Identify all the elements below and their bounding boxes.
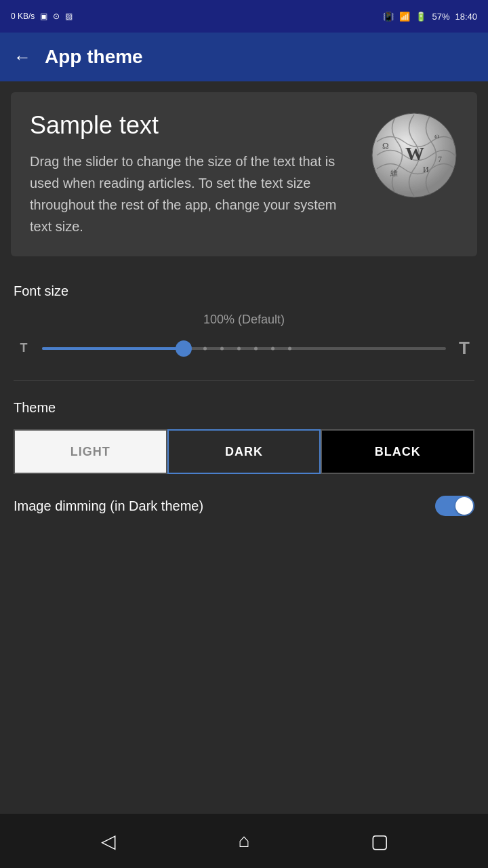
- status-right: 📳 📶 🔋 57% 18:40: [383, 12, 477, 22]
- theme-black-button[interactable]: BLACK: [321, 429, 474, 474]
- toggle-thumb: [455, 497, 473, 515]
- slider-small-t: T: [14, 341, 34, 355]
- theme-buttons: LIGHT DARK BLACK: [14, 429, 474, 474]
- status-icon-audio: ⊙: [53, 12, 60, 21]
- preview-text-block: Sample text Drag the slider to change th…: [30, 111, 359, 237]
- vibrate-icon: 📳: [383, 12, 394, 22]
- svg-text:ω: ω: [434, 132, 439, 140]
- font-size-value: 100% (Default): [14, 313, 474, 327]
- slider-dots: [203, 347, 291, 350]
- image-dimming-row: Image dimming (in Dark theme): [14, 496, 474, 516]
- nav-bar: ◁ ⌂ ▢: [0, 814, 488, 868]
- image-dimming-label: Image dimming (in Dark theme): [14, 498, 203, 514]
- theme-dark-button[interactable]: DARK: [167, 429, 321, 474]
- status-kb: 0 KB/s: [11, 12, 35, 21]
- nav-home-button[interactable]: ⌂: [228, 825, 260, 857]
- sample-text-heading: Sample text: [30, 111, 359, 140]
- font-size-slider[interactable]: [42, 340, 446, 357]
- theme-label: Theme: [14, 400, 474, 416]
- status-icon-image: ▨: [65, 12, 73, 21]
- sample-text-body: Drag the slider to change the size of th…: [30, 151, 359, 237]
- nav-recents-button[interactable]: ▢: [363, 825, 396, 857]
- page-title: App theme: [45, 46, 143, 68]
- status-bar: 0 KB/s ▣ ⊙ ▨ 📳 📶 🔋 57% 18:40: [0, 0, 488, 33]
- preview-card: Sample text Drag the slider to change th…: [11, 92, 477, 256]
- theme-light-button[interactable]: LIGHT: [14, 429, 167, 474]
- slider-thumb[interactable]: [176, 340, 192, 357]
- clock: 18:40: [455, 12, 477, 22]
- slider-large-t: T: [454, 338, 474, 359]
- svg-text:維: 維: [390, 169, 398, 177]
- svg-text:Ω: Ω: [382, 140, 389, 151]
- back-button[interactable]: ←: [14, 47, 31, 68]
- status-icon-sim: ▣: [40, 12, 47, 21]
- wifi-icon: 📶: [399, 12, 410, 22]
- status-left: 0 KB/s ▣ ⊙ ▨: [11, 12, 73, 21]
- wikipedia-globe: W Ω ω И 維 7: [370, 111, 458, 199]
- content-section: Font size 100% (Default) T T Theme LIGHT: [0, 267, 488, 532]
- app-bar: ← App theme: [0, 33, 488, 81]
- font-size-slider-row: T T: [14, 338, 474, 359]
- svg-text:И: И: [423, 165, 429, 174]
- svg-text:W: W: [405, 143, 424, 164]
- nav-back-button[interactable]: ◁: [92, 825, 125, 857]
- svg-text:7: 7: [438, 155, 442, 164]
- font-size-label: Font size: [14, 283, 474, 299]
- divider: [14, 380, 474, 381]
- image-dimming-toggle[interactable]: [435, 496, 474, 516]
- battery-icon: 🔋: [415, 12, 426, 22]
- battery-percent: 57%: [432, 12, 449, 22]
